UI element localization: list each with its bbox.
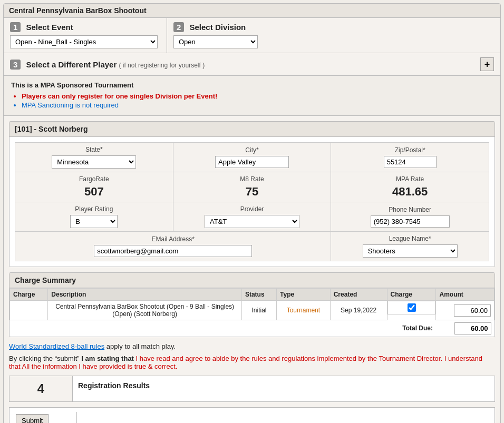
step2-box: 2 Select Division Open A B C <box>167 18 273 53</box>
provider-select[interactable]: AT&T Verizon T-Mobile <box>205 215 299 228</box>
player-rating-select[interactable]: B A C <box>70 215 118 228</box>
steps-row: 1 Select Event Open - Nine_Ball - Single… <box>4 18 500 53</box>
agreement-bold: I am stating that <box>81 355 135 362</box>
total-amount-input[interactable] <box>454 322 491 335</box>
total-row: Total Due: <box>10 320 495 337</box>
description-cell: Central Pennsylvania BarBox Shootout (Op… <box>48 301 242 320</box>
step1-box: 1 Select Event Open - Nine_Ball - Single… <box>4 18 167 53</box>
rules-suffix: apply to all match play. <box>104 342 176 350</box>
main-panel: Central Pennsylvania BarBox Shootout 1 S… <box>3 3 501 423</box>
info-bullet-1: Players can only register for one single… <box>22 92 493 100</box>
agreement-prefix: By clicking the “submit” <box>9 355 81 362</box>
agreement-text: By clicking the “submit” I am stating th… <box>9 355 495 370</box>
city-input[interactable] <box>215 156 289 168</box>
info-title: This is a MPA Sponsored Tournament <box>11 81 493 89</box>
charge-cell <box>10 301 48 320</box>
type-cell: Tournament <box>277 301 331 320</box>
charge-table: Charge Description Status Type Created C… <box>9 288 495 337</box>
step3-row: 3 Select a Different Player ( if not reg… <box>4 53 500 76</box>
step1-text: Select Event <box>26 23 73 32</box>
step3-label: 3 Select a Different Player ( if not reg… <box>10 60 205 69</box>
info-box: This is a MPA Sponsored Tournament Playe… <box>4 76 500 116</box>
step3-num: 3 <box>10 60 21 70</box>
submit-cell: Submit <box>14 412 77 423</box>
email-label: EMail Address* <box>20 235 326 243</box>
m8-label: M8 Rate <box>178 175 327 183</box>
provider-label: Provider <box>178 205 327 213</box>
state-select[interactable]: Minnesota Wisconsin Iowa <box>52 155 136 169</box>
step1-num: 1 <box>10 22 21 32</box>
zip-label: Zip/Postal* <box>335 146 484 154</box>
col-charge-chk: Charge <box>387 289 436 301</box>
submit-row: Submit <box>9 407 495 423</box>
check-cell[interactable] <box>387 301 436 314</box>
step2-label: 2 Select Division <box>173 22 266 32</box>
results-row: 4 Registration Results <box>9 376 495 402</box>
amount-cell <box>436 301 495 320</box>
step3-label-container: 3 Select a Different Player ( if not reg… <box>10 60 205 70</box>
world-rules-text: World Standardized 8-ball rules apply to… <box>9 342 495 350</box>
step2-num: 2 <box>173 22 184 32</box>
player-section: [101] - Scott Norberg State* Minnesota W… <box>9 121 495 267</box>
league-label: League Name* <box>335 235 484 242</box>
step2-text: Select Division <box>190 23 246 32</box>
rules-link[interactable]: World Standardized 8-ball rules <box>9 342 104 350</box>
player-form: State* Minnesota Wisconsin Iowa City* <box>9 137 495 267</box>
col-charge: Charge <box>10 289 48 301</box>
add-player-button[interactable]: + <box>480 57 494 71</box>
phone-label: Phone Number <box>335 206 484 213</box>
col-status: Status <box>241 289 276 301</box>
fargo-value: 507 <box>20 185 169 199</box>
division-select[interactable]: Open A B C <box>173 35 258 48</box>
panel-title: Central Pennsylvania BarBox Shootout <box>4 4 500 18</box>
charge-checkbox[interactable] <box>408 303 416 312</box>
col-description: Description <box>48 289 242 301</box>
player-title: [101] - Scott Norberg <box>9 122 495 137</box>
amount-input[interactable] <box>454 304 491 317</box>
email-input[interactable] <box>94 245 252 257</box>
step1-label: 1 Select Event <box>10 22 160 32</box>
submit-button[interactable]: Submit <box>16 414 49 423</box>
page-title: Central Pennsylvania BarBox Shootout <box>9 6 147 15</box>
fargo-label: FargoRate <box>20 175 169 183</box>
total-label: Total Due: <box>387 320 436 337</box>
col-type: Type <box>277 289 331 301</box>
event-select[interactable]: Open - Nine_Ball - Singles Open - Eight_… <box>10 35 158 48</box>
mpa-value: 481.65 <box>335 185 484 199</box>
charge-row: Central Pennsylvania BarBox Shootout (Op… <box>10 301 495 320</box>
state-label: State* <box>20 146 169 153</box>
col-amount: Amount <box>436 289 495 301</box>
phone-input[interactable] <box>371 215 450 228</box>
total-spacer <box>10 320 387 337</box>
charge-section: Charge Summary Charge Description Status… <box>9 272 495 337</box>
submit-content <box>77 412 490 423</box>
status-cell: Initial <box>241 301 276 320</box>
charge-title: Charge Summary <box>9 273 495 288</box>
step3-sub: ( if not registering for yourself ) <box>119 62 205 69</box>
step3-text: Select a Different Player <box>26 60 117 69</box>
results-num: 4 <box>9 376 73 401</box>
m8-value: 75 <box>178 185 327 199</box>
mpa-label: MPA Rate <box>335 175 484 183</box>
results-label: Registration Results <box>73 376 495 401</box>
info-list: Players can only register for one single… <box>22 92 493 109</box>
col-created: Created <box>330 289 387 301</box>
player-rating-label: Player Rating <box>20 205 169 213</box>
zip-input[interactable] <box>384 156 437 168</box>
city-label: City* <box>178 146 327 154</box>
info-bullet-2: MPA Sanctioning is not required <box>22 101 493 109</box>
page-wrapper: Central Pennsylvania BarBox Shootout 1 S… <box>0 0 504 423</box>
total-amount-cell <box>436 320 495 337</box>
created-cell: Sep 19,2022 <box>330 301 387 320</box>
league-select[interactable]: Shooters MPA APA <box>363 244 458 258</box>
